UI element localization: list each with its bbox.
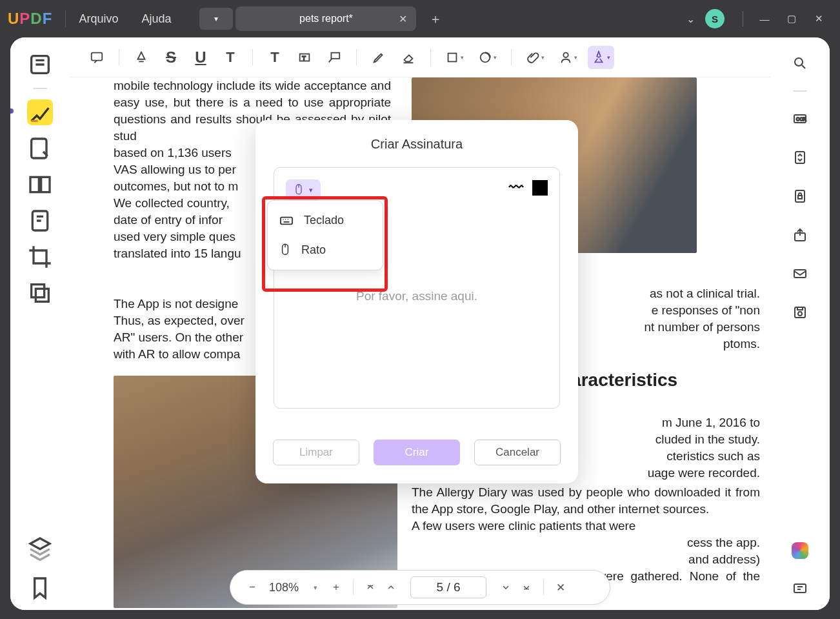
redact-button[interactable] — [27, 280, 53, 306]
chat-icon[interactable] — [788, 578, 812, 601]
eraser-tool[interactable] — [397, 46, 420, 69]
svg-rect-19 — [798, 196, 802, 199]
next-page-button[interactable] — [495, 577, 516, 598]
comment-tool[interactable] — [85, 46, 108, 69]
titlebar: UPDF Arquivo Ajuda ▾ pets report* ✕ ＋ ⌄ … — [0, 0, 840, 37]
svg-rect-6 — [35, 289, 48, 301]
callout-tool[interactable] — [323, 46, 346, 69]
svg-rect-24 — [797, 307, 803, 310]
search-icon[interactable] — [788, 52, 812, 75]
svg-point-14 — [795, 58, 803, 66]
divider — [743, 11, 743, 26]
tab-home[interactable]: ▾ — [199, 8, 233, 30]
svg-point-23 — [798, 312, 802, 316]
color-swatch[interactable] — [532, 180, 548, 196]
separator — [511, 49, 512, 66]
dropdown-item-mouse[interactable]: Rato — [268, 235, 383, 265]
attach-tool[interactable]: ▾ — [522, 46, 548, 69]
tab-add-button[interactable]: ＋ — [419, 10, 452, 28]
statusbar: − 108% ▾ + 5 / 6 ✕ — [230, 570, 610, 605]
forms-button[interactable] — [27, 208, 53, 234]
divider — [65, 10, 66, 27]
separator — [119, 49, 119, 66]
strikethrough-tool[interactable]: S — [159, 46, 183, 69]
page-indicator[interactable]: 5 / 6 — [410, 576, 486, 598]
save-icon[interactable] — [788, 301, 812, 324]
tab-document[interactable]: pets report* ✕ — [235, 6, 416, 31]
separator — [252, 49, 253, 66]
text-tool[interactable]: T — [263, 46, 286, 69]
mouse-icon — [279, 243, 291, 257]
close-statusbar-button[interactable]: ✕ — [550, 577, 571, 598]
underline-tool[interactable]: U — [189, 46, 212, 69]
highlight-tool[interactable] — [130, 46, 153, 69]
dropdown-item-keyboard[interactable]: Teclado — [268, 206, 383, 235]
separator — [33, 88, 47, 89]
menu-help[interactable]: Ajuda — [141, 12, 171, 26]
rail-indicator — [10, 108, 14, 114]
annotation-toolbar: S U T T T ▾ ▾ ▾ ▾ ▾ — [70, 37, 770, 77]
svg-text:OCR: OCR — [796, 117, 806, 121]
convert-icon[interactable] — [788, 146, 812, 169]
cancel-button[interactable]: Cancelar — [474, 440, 561, 465]
clear-button[interactable]: Limpar — [273, 440, 359, 465]
pencil-tool[interactable] — [367, 46, 390, 69]
maximize-button[interactable]: ▢ — [778, 5, 805, 32]
separator — [430, 49, 431, 66]
svg-rect-2 — [30, 177, 39, 192]
first-page-button[interactable] — [360, 577, 381, 598]
protect-icon[interactable] — [788, 185, 812, 208]
svg-rect-1 — [32, 139, 46, 158]
bookmark-icon[interactable] — [27, 575, 53, 601]
ocr-icon[interactable]: OCR — [788, 107, 812, 130]
crop-button[interactable] — [27, 244, 53, 270]
avatar[interactable]: S — [705, 9, 725, 28]
layers-icon[interactable] — [27, 535, 53, 561]
dropdown-label: Rato — [301, 243, 326, 257]
modal-title: Criar Assinatura — [255, 120, 578, 167]
input-method-dropdown: Teclado Rato — [267, 200, 383, 270]
signature-tool[interactable]: ▾ — [588, 46, 614, 69]
prev-page-button[interactable] — [381, 577, 401, 598]
separator — [356, 49, 357, 66]
svg-text:T: T — [302, 54, 306, 61]
zoom-out-button[interactable]: − — [242, 577, 263, 598]
annotate-button[interactable] — [27, 99, 53, 125]
left-rail — [10, 37, 70, 610]
create-button[interactable]: Criar — [374, 440, 460, 465]
svg-point-13 — [563, 52, 568, 57]
tabstrip: ▾ pets report* ✕ ＋ — [199, 6, 452, 31]
separator — [793, 90, 807, 92]
reader-mode-button[interactable] — [27, 52, 53, 77]
svg-rect-21 — [794, 270, 806, 278]
zoom-level[interactable]: 108% — [269, 581, 299, 594]
textbox-tool[interactable]: T — [293, 46, 316, 69]
share-icon[interactable] — [788, 223, 812, 247]
close-icon[interactable]: ✕ — [399, 13, 407, 25]
zoom-in-button[interactable]: + — [326, 577, 346, 598]
last-page-button[interactable] — [516, 577, 537, 598]
ai-icon[interactable] — [788, 539, 812, 562]
svg-rect-5 — [32, 285, 45, 298]
svg-rect-27 — [281, 217, 292, 224]
close-window-button[interactable]: ✕ — [805, 5, 832, 32]
right-rail: OCR — [770, 37, 830, 610]
menu-file[interactable]: Arquivo — [79, 12, 118, 26]
svg-rect-10 — [331, 52, 339, 58]
input-method-button[interactable]: ▾ — [286, 179, 321, 200]
svg-rect-11 — [448, 53, 457, 61]
squiggly-tool[interactable]: T — [219, 46, 242, 69]
recent-dropdown-icon[interactable]: ⌄ — [686, 13, 695, 25]
edit-button[interactable] — [27, 136, 53, 161]
svg-rect-25 — [794, 584, 806, 593]
stamp-tool[interactable]: ▾ — [474, 46, 501, 69]
organize-button[interactable] — [27, 172, 53, 198]
minimize-button[interactable]: — — [751, 5, 778, 32]
svg-rect-3 — [41, 177, 50, 192]
zoom-dropdown[interactable]: ▾ — [305, 577, 326, 598]
shape-tool[interactable]: ▾ — [441, 46, 468, 69]
email-icon[interactable] — [788, 262, 812, 285]
sign-tool[interactable]: ▾ — [555, 46, 581, 69]
stroke-icon[interactable]: 〰 — [509, 179, 523, 196]
document-heading: haracteristics — [560, 368, 760, 392]
